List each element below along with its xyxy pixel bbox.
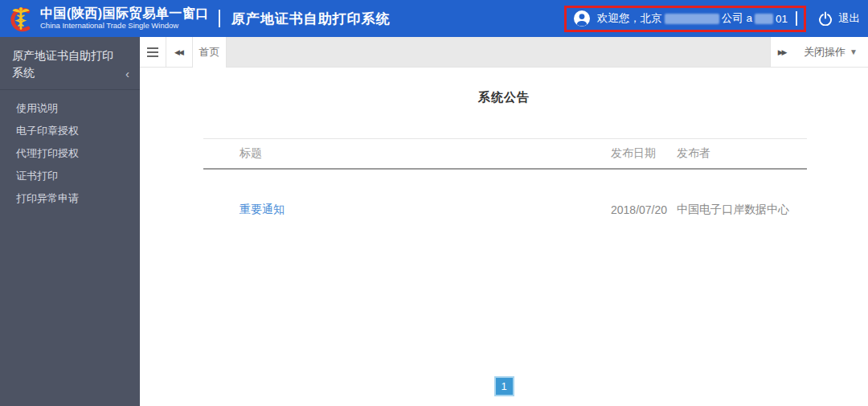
page-title: 系统公告 <box>140 90 868 105</box>
brand-title: 中国(陕西)国际贸易单一窗口 <box>40 6 209 21</box>
welcome-divider <box>796 11 797 26</box>
column-header-publisher: 发布者 <box>677 146 807 161</box>
sidebar-header[interactable]: 原产地证书自助打印系统 ‹ <box>0 37 140 90</box>
tab-strip-empty <box>227 37 770 67</box>
table-row: 重要通知 2018/07/20 中国电子口岸数据中心 <box>203 170 807 217</box>
welcome-message: 欢迎您，北京公司 a01 <box>597 11 788 26</box>
announcement-title-cell: 重要通知 <box>203 203 611 217</box>
sidebar-item-eseal-authorization[interactable]: 电子印章授权 <box>0 120 140 142</box>
brand-subtitle: China International Trade Single Window <box>40 21 209 31</box>
sidebar-menu: 使用说明 电子印章授权 代理打印授权 证书打印 打印异常申请 <box>0 90 140 210</box>
app-window: 中国(陕西)国际贸易单一窗口 China International Trade… <box>0 0 868 406</box>
sidebar-item-usage-instructions[interactable]: 使用说明 <box>0 97 140 120</box>
sidebar-item-certificate-print[interactable]: 证书打印 <box>0 165 140 187</box>
header-right: 欢迎您，北京公司 a01 退出 <box>564 6 860 32</box>
announcement-date-cell: 2018/07/20 <box>611 203 677 216</box>
announcement-publisher-cell: 中国电子口岸数据中心 <box>677 203 807 217</box>
pagination: 1 <box>140 376 868 396</box>
welcome-suffix: 01 <box>776 13 788 25</box>
sidebar: 原产地证书自助打印系统 ‹ 使用说明 电子印章授权 代理打印授权 证书打印 打印… <box>0 37 140 406</box>
scroll-tabs-left-button[interactable]: ◀◀ <box>166 37 193 67</box>
welcome-middle: 公司 a <box>722 11 752 26</box>
column-header-date: 发布日期 <box>611 146 677 161</box>
top-header: 中国(陕西)国际贸易单一窗口 China International Trade… <box>0 0 868 37</box>
sidebar-item-agent-print-authorization[interactable]: 代理打印授权 <box>0 142 140 165</box>
double-chevron-left-icon: ◀◀ <box>174 48 184 56</box>
main-content: 系统公告 标题 发布日期 发布者 重要通知 2018/07/20 中国电子口岸数… <box>140 68 868 406</box>
announcement-link[interactable]: 重要通知 <box>240 203 285 215</box>
column-header-title: 标题 <box>203 146 611 161</box>
sidebar-title: 原产地证书自助打印系统 <box>12 49 113 79</box>
hamburger-icon <box>147 47 158 57</box>
close-operations-label: 关闭操作 <box>804 45 845 59</box>
announcement-table: 标题 发布日期 发布者 重要通知 2018/07/20 中国电子口岸数据中心 <box>203 138 807 217</box>
logout-button[interactable]: 退出 <box>818 11 860 26</box>
scroll-tabs-right-button[interactable]: ▶▶ <box>770 37 794 67</box>
sidebar-item-print-exception-request[interactable]: 打印异常申请 <box>0 187 140 210</box>
double-chevron-right-icon: ▶▶ <box>778 48 788 56</box>
menu-toggle-button[interactable] <box>140 37 166 67</box>
logout-label: 退出 <box>838 11 860 26</box>
tab-home[interactable]: 首页 <box>193 37 227 68</box>
system-title: 原产地证书自助打印系统 <box>231 10 391 28</box>
header-divider <box>219 10 220 27</box>
table-header-row: 标题 发布日期 发布者 <box>203 138 807 170</box>
customs-caduceus-logo-icon <box>6 4 35 33</box>
power-icon <box>818 11 833 26</box>
redacted-company-name <box>665 14 719 24</box>
redacted-username <box>755 14 773 24</box>
welcome-prefix: 欢迎您，北京 <box>597 11 662 26</box>
tab-bar: ◀◀ 首页 ▶▶ 关闭操作 ▼ <box>140 37 868 68</box>
pagination-page-1-button[interactable]: 1 <box>494 376 514 396</box>
collapse-chevron-icon[interactable]: ‹ <box>125 68 129 80</box>
user-avatar-icon <box>574 10 590 27</box>
close-operations-dropdown[interactable]: 关闭操作 ▼ <box>794 37 868 67</box>
annotation-highlight-box: 欢迎您，北京公司 a01 <box>564 6 806 32</box>
brand-block: 中国(陕西)国际贸易单一窗口 China International Trade… <box>40 6 209 31</box>
caret-down-icon: ▼ <box>850 47 858 56</box>
